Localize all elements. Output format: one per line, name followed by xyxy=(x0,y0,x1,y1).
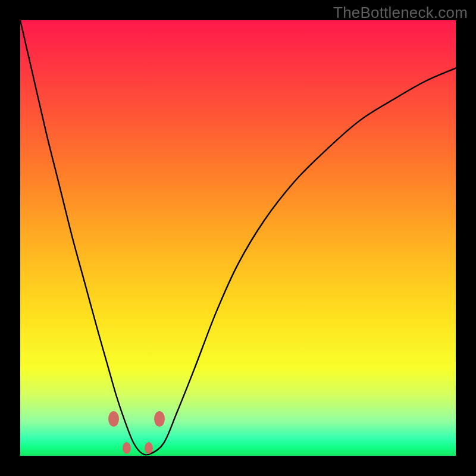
plot-area xyxy=(20,20,456,456)
curve-marker xyxy=(154,411,165,427)
curve-marker xyxy=(108,411,119,427)
watermark-text: TheBottleneck.com xyxy=(333,4,468,22)
curve-marker xyxy=(123,442,131,454)
outer-frame: TheBottleneck.com xyxy=(0,0,476,476)
bottleneck-curve xyxy=(20,20,456,456)
curve-marker xyxy=(145,442,153,454)
